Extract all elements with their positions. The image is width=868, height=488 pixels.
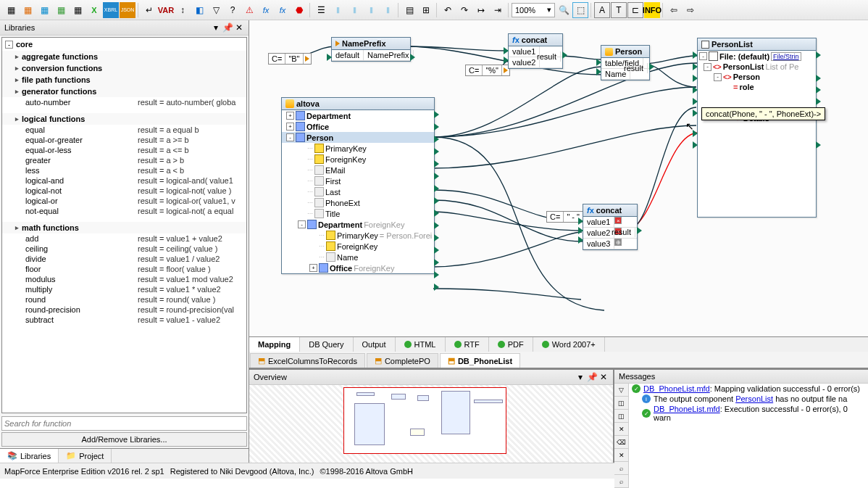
overview-canvas[interactable] [249,385,613,463]
input-port[interactable] [578,227,583,234]
tb-btn-g3[interactable]: ⦀ [363,2,379,18]
lib-function[interactable]: logical-orresult = logical-or( value1, v [2,196,246,206]
lib-function[interactable]: logical-notresult = logical-not( value ) [2,186,246,196]
tb-btn-tt[interactable]: T [611,2,627,18]
lib-top-core[interactable]: -core [2,38,246,51]
tb-btn-g1[interactable]: ⦀ [330,2,346,18]
output-port[interactable] [434,123,439,131]
view-tab-html[interactable]: HTML [396,337,446,352]
lib-function[interactable]: lessresult = a < b [2,165,246,175]
message-item[interactable]: ✓DB_PhoneList.mfd: Execution successful … [629,404,868,423]
tree-row[interactable]: +Office [282,121,434,132]
view-tab-mapping[interactable]: Mapping [249,337,300,352]
tb-btn-step[interactable]: ↦ [473,2,489,18]
personlist-node[interactable]: PersonList -File: (default)File/Strin -<… [697,38,817,218]
lib-function[interactable]: divideresult = value1 / value2 [2,254,246,264]
output-port[interactable] [434,234,439,241]
input-port[interactable] [504,47,509,54]
view-tab-rtf[interactable]: RTF [446,337,489,352]
tb-btn-g2[interactable]: ⦀ [346,2,362,18]
doc-tab[interactable]: ⬒DB_PhoneList [440,353,520,368]
lib-function[interactable]: addresult = value1 + value2 [2,233,246,244]
tab-libraries[interactable]: 📚Libraries [0,449,59,463]
panel-close-icon[interactable]: ✕ [234,22,244,33]
output-port[interactable] [816,75,821,82]
output-port[interactable] [562,51,567,59]
panel-menu-icon[interactable]: ▾ [575,372,585,382]
remove-icon[interactable]: × [614,217,622,224]
lib-function[interactable]: modulusresult = value1 mod value2 [2,274,246,284]
tb-btn-xls[interactable]: X [86,2,102,18]
lib-function[interactable]: round-precisionresult = round-precision(… [2,305,246,315]
lib-function[interactable]: greaterresult = a > b [2,155,246,165]
lib-function[interactable]: logical-andresult = logical-and( value1 [2,175,246,186]
tree-row[interactable]: +Department [282,110,434,121]
tb-btn-filter[interactable]: ▽ [208,2,224,18]
add-icon[interactable]: ⊕ [614,239,622,246]
output-port[interactable] [434,210,439,217]
expand-icon[interactable]: - [704,63,711,71]
tb-btn-end[interactable]: ⇥ [490,2,506,18]
tree-row[interactable]: ⋯PrimaryKey = Person.Forei [282,230,434,241]
output-port[interactable] [434,173,439,180]
output-port[interactable] [434,247,439,254]
lib-function[interactable]: equal-or-greaterresult = a >= b [2,135,246,145]
input-port[interactable] [693,86,698,94]
output-port[interactable] [434,111,439,118]
tree-row[interactable]: ⋯Name [282,252,434,262]
concat2-node[interactable]: fxconcat value1× value2×result value3⊕ [583,204,638,250]
output-port[interactable] [434,185,439,192]
output-port[interactable] [410,54,415,61]
msg-btn[interactable]: ◫ [614,410,628,423]
output-port[interactable] [434,148,439,155]
tb-btn-fx[interactable]: fx [258,2,274,18]
lib-function[interactable]: not-equalresult = logical-not( a equal [2,206,246,216]
lib-function[interactable]: roundresult = round( value ) [2,294,246,305]
output-port[interactable] [434,136,439,143]
tb-btn-except[interactable]: ⚠ [241,2,257,18]
input-port[interactable] [693,75,698,82]
expand-icon[interactable]: - [699,52,707,60]
output-port[interactable] [434,284,439,291]
constant-percent-node[interactable]: C= "%" [465,65,510,76]
lib-category[interactable]: logical functions [2,113,246,125]
libraries-tree[interactable]: -core aggregate functionsconversion func… [1,37,247,413]
input-port[interactable] [596,68,601,75]
output-port[interactable] [816,141,821,149]
tree-row[interactable]: +Office ForeignKey [282,262,434,273]
lib-category[interactable]: conversion functions [2,62,246,74]
input-port[interactable] [578,218,583,225]
tb-btn-4[interactable]: ▦ [53,2,69,18]
input-port[interactable] [693,63,698,70]
tb-btn-var[interactable]: VAR [158,2,174,18]
tb-btn-json[interactable]: JSON [120,2,135,18]
tb-btn-5[interactable]: ▦ [70,2,85,18]
libraries-search-input[interactable] [1,416,247,431]
tb-btn-tc[interactable]: ⊏ [627,2,643,18]
file-string-button[interactable]: File/Strin [771,52,801,61]
panel-menu-icon[interactable]: ▾ [211,22,221,33]
expand-icon[interactable]: + [286,112,294,120]
tree-row[interactable]: ⋯First [282,175,434,186]
lib-function[interactable]: ceilingresult = ceiling( value ) [2,244,246,254]
tb-btn-sel[interactable]: ⬚ [572,2,588,18]
tb-btn-prev[interactable]: ⇦ [666,2,682,18]
add-remove-libraries-button[interactable]: Add/Remove Libraries... [1,432,247,447]
tb-btn-fwd[interactable]: ↷ [456,2,472,18]
expand-icon[interactable]: - [298,220,306,228]
tb-btn-insert[interactable]: ↵ [141,2,157,18]
tb-btn-info[interactable]: INFO [644,2,660,18]
concat1-node[interactable]: fxconcat value1 value2result [508,33,563,69]
tree-row[interactable]: ⋯Last [282,186,434,197]
tb-btn-ann[interactable]: ⊞ [418,2,434,18]
lib-category[interactable]: generator functions [2,86,246,97]
mapping-canvas[interactable]: C= "B" NamePrefix defaultNamePrefix C= "… [249,20,868,336]
msg-btn[interactable]: ◫ [614,397,628,410]
lib-function[interactable]: multiplyresult = value1 * value2 [2,284,246,294]
message-link[interactable]: DB_PhoneList.mfd [643,384,710,393]
panel-pin-icon[interactable]: 📌 [222,22,233,33]
tb-btn-zoom[interactable]: 🔍 [556,2,572,18]
message-item[interactable]: ✓DB_PhoneList.mfd: Mapping validation su… [629,384,868,394]
view-tab-pdf[interactable]: PDF [489,337,533,352]
input-port[interactable] [596,59,601,66]
